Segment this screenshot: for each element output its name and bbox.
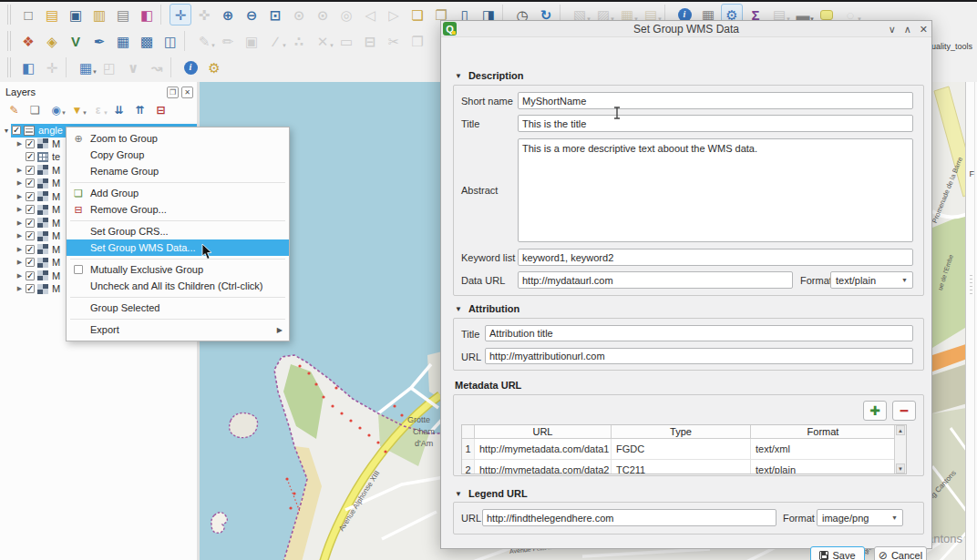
current-edits-icon[interactable]: ✎▼ [193, 30, 215, 52]
menu-item-uncheck-and-all-its-children-ctrl-click[interactable]: Uncheck and All its Children (Ctrl-click… [67, 278, 289, 294]
cancel-button[interactable]: ⊘ Cancel [874, 546, 927, 560]
add-metadata-row-button[interactable]: ✚ [863, 401, 887, 421]
add-ring-icon[interactable]: ◰ [98, 56, 120, 78]
expander-right-icon[interactable]: ▶ [15, 179, 25, 187]
copy-features-icon[interactable]: ❐ [406, 30, 428, 52]
layer-checkbox[interactable] [26, 178, 35, 188]
metadata-table-row[interactable]: 2http://mymetadata.com/data2TC211text/pl… [462, 460, 906, 474]
menu-item-remove-group[interactable]: ⊟Remove Group... [67, 201, 289, 218]
delete-selected-icon[interactable]: ⊟ [359, 30, 381, 52]
pan-to-selection-icon[interactable]: ✜ [193, 4, 215, 25]
expand-all-icon[interactable]: ⇊ [109, 101, 129, 119]
add-point-feature-icon[interactable]: ∴ [288, 30, 310, 52]
close-panel-icon[interactable]: ✕ [181, 87, 193, 98]
expander-right-icon[interactable]: ▶ [15, 232, 25, 239]
zoom-native-icon[interactable]: ◎ [335, 4, 357, 25]
dialog-shade-icon[interactable]: ∨ [889, 25, 896, 35]
legend-url-input[interactable] [482, 509, 776, 526]
dialog-titlebar[interactable]: Q Set Group WMS Data ∨ ∧ ✕ [441, 21, 931, 37]
expander-right-icon[interactable]: ▶ [15, 206, 25, 213]
add-raster-layer-icon[interactable]: ▩ [136, 30, 158, 52]
remove-metadata-row-button[interactable]: ━ [892, 401, 916, 421]
save-button[interactable]: Save [810, 546, 865, 560]
menu-item-set-group-wms-data[interactable]: Set Group WMS Data... [67, 239, 289, 256]
metadata-cell[interactable]: FGDC [612, 439, 751, 459]
column-header-url[interactable]: URL [475, 425, 612, 438]
expander-right-icon[interactable]: ▶ [15, 167, 25, 174]
filter-legend-icon[interactable]: ▼▼ [67, 101, 87, 119]
attribution-title-input[interactable] [485, 325, 913, 341]
toolbar-drag-handle[interactable] [7, 5, 13, 25]
add-virtual-layer-icon[interactable]: ◫ [159, 30, 181, 52]
zoom-in-icon[interactable]: ⊕ [217, 4, 239, 25]
open-project-icon[interactable]: ▤ [41, 4, 63, 25]
zoom-full-icon[interactable]: ⊡ [264, 4, 286, 25]
layer-checkbox[interactable] [26, 166, 35, 175]
menu-item-add-group[interactable]: ❏Add Group [67, 185, 289, 201]
new-print-layout-icon[interactable]: ▥ [88, 4, 110, 25]
column-header-format[interactable]: Format [751, 425, 896, 438]
dock-splitter-grip[interactable] [970, 275, 972, 295]
expander-right-icon[interactable]: ▶ [15, 219, 25, 227]
column-header-type[interactable]: Type [612, 425, 751, 438]
metadata-cell[interactable]: http://mymetadata.com/data1 [475, 439, 612, 459]
layer-checkbox[interactable] [26, 231, 35, 240]
new-bookmark-icon[interactable]: ❏ [406, 4, 428, 25]
section-legend-url[interactable]: ▼ Legend URL [455, 488, 528, 499]
cut-features-icon[interactable]: ✂ [383, 30, 405, 52]
menu-item-rename-group[interactable]: Rename Group [67, 163, 289, 179]
title-input[interactable] [518, 115, 913, 132]
expander-down-icon[interactable]: ▼ [2, 127, 11, 134]
zoom-next-icon[interactable]: ▷ [383, 4, 405, 25]
abstract-textarea[interactable]: This is a more descriptive text aboout t… [518, 138, 913, 242]
menu-checkbox[interactable] [74, 265, 83, 274]
add-wms-layer-icon[interactable]: ◈ [41, 30, 63, 52]
layer-checkbox[interactable] [26, 271, 35, 280]
add-delimited-text-layer-icon[interactable]: ✒ [88, 30, 110, 52]
metadata-cell[interactable]: text/xml [751, 439, 896, 459]
add-vector-layer-icon[interactable]: V [65, 30, 87, 52]
move-label-icon[interactable]: ◧ [17, 56, 39, 78]
metadata-table-row[interactable]: 1http://mymetadata.com/data1FGDCtext/xml [462, 439, 906, 460]
layer-checkbox[interactable] [26, 192, 35, 201]
right-dock-edge[interactable]: F [965, 82, 977, 560]
expander-right-icon[interactable]: ▶ [15, 272, 25, 280]
open-layer-styling-icon[interactable]: ✎ [5, 101, 24, 119]
manage-map-themes-icon[interactable]: ◉▼ [46, 101, 66, 119]
short-name-input[interactable] [518, 92, 913, 109]
keyword-list-input[interactable] [518, 249, 913, 266]
layer-grid-tool-icon[interactable]: ▦▼ [75, 56, 97, 78]
toggle-editing-icon[interactable]: ✏ [217, 30, 239, 52]
zoom-last-icon[interactable]: ◁ [359, 4, 381, 25]
section-attribution[interactable]: ▼ Attribution [455, 303, 519, 314]
metadata-cell[interactable]: text/plain [751, 460, 896, 474]
expander-right-icon[interactable]: ▶ [15, 193, 25, 200]
data-url-input[interactable] [518, 271, 793, 289]
dialog-close-icon[interactable]: ✕ [920, 25, 928, 35]
menu-item-zoom-to-group[interactable]: ⊕Zoom to Group [67, 130, 289, 147]
toolbar-drag-handle[interactable] [7, 57, 13, 77]
vertex-tool-icon[interactable]: ✕▼ [312, 30, 334, 52]
add-mesh-layer-icon[interactable]: ▦ [112, 30, 134, 52]
menu-item-mutually-exclusive-group[interactable]: Mutually Exclusive Group [67, 261, 289, 278]
metadata-cell[interactable]: http://mymetadata.com/data2 [475, 460, 612, 474]
expander-right-icon[interactable]: ▶ [15, 285, 25, 292]
menu-item-copy-group[interactable]: Copy Group [67, 147, 289, 163]
modify-attributes-icon[interactable]: ▭ [335, 30, 357, 52]
attribution-url-input[interactable] [485, 348, 913, 364]
save-project-icon[interactable]: ▣ [65, 4, 87, 25]
style-manager-icon[interactable]: ◧ [136, 4, 158, 25]
scroll-down-icon[interactable]: ▼ [896, 463, 905, 473]
data-url-format-combo[interactable]: text/plain ▼ [830, 271, 913, 289]
layer-checkbox[interactable] [26, 152, 35, 161]
plugin-info-icon[interactable]: i [180, 56, 201, 78]
pan-map-icon[interactable]: ✛ [170, 4, 191, 25]
save-layer-edits-icon[interactable]: ▣ [241, 30, 262, 52]
digitize-segment-icon[interactable]: ∕▼ [264, 30, 286, 52]
legend-format-combo[interactable]: image/png ▼ [817, 509, 903, 526]
dialog-unshade-icon[interactable]: ∧ [904, 25, 911, 35]
menu-item-group-selected[interactable]: Group Selected [67, 300, 289, 316]
menu-item-set-group-crs[interactable]: Set Group CRS... [67, 223, 289, 239]
layer-checkbox[interactable] [26, 245, 35, 254]
new-project-icon[interactable]: □ [17, 4, 39, 25]
